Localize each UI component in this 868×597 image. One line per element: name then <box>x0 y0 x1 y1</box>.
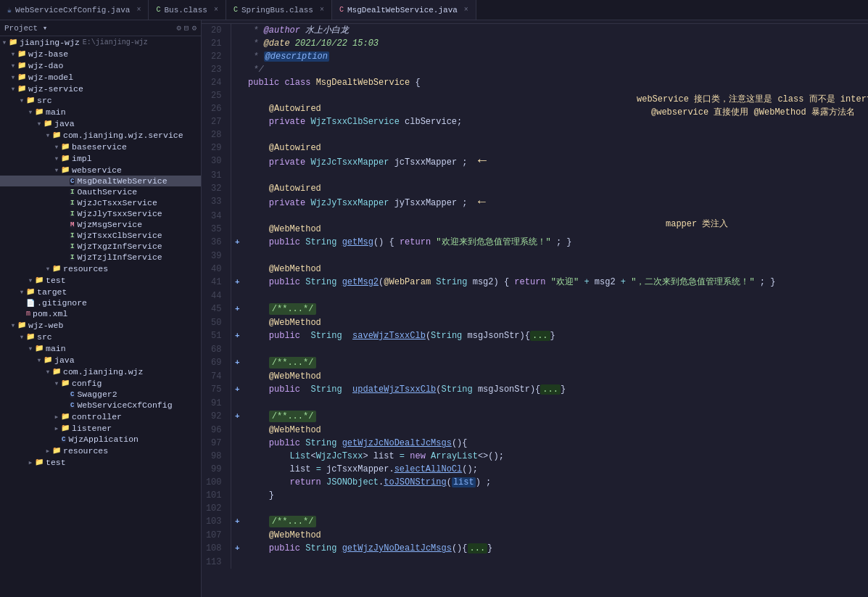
line-gutter <box>231 195 244 210</box>
folder-icon: 📁 <box>44 355 52 364</box>
folder-icon: 📁 <box>35 276 44 284</box>
sidebar-item-src[interactable]: ▾📁src <box>0 331 201 342</box>
line-number: 91 <box>202 397 231 410</box>
layout-icon[interactable]: ⊟ <box>184 23 189 33</box>
tab-close-icon[interactable]: × <box>320 6 324 14</box>
line-code: @WebMethod <box>244 263 868 276</box>
fold-button[interactable]: + <box>235 544 240 553</box>
tab-close-icon[interactable]: × <box>214 6 218 14</box>
sidebar-item-wjzmsgservice[interactable]: MWjzMsgService <box>0 219 201 230</box>
sidebar-item-config[interactable]: ▾📁config <box>0 377 201 389</box>
fold-button[interactable]: + <box>235 412 240 421</box>
line-code: @WebMethod <box>244 370 868 383</box>
folder-icon: 📁 <box>35 458 44 466</box>
sidebar-item-wjz-model[interactable]: ▾📁wjz-model <box>0 71 201 83</box>
sidebar-item-oauthservice[interactable]: IOauthService <box>0 186 201 197</box>
line-number: 98 <box>202 450 231 463</box>
line-code: /**...*/ <box>244 302 868 316</box>
line-code: * @author 水上小白龙 <box>244 24 868 37</box>
fold-button[interactable]: + <box>235 238 240 247</box>
tab-bus[interactable]: C Bus.class × <box>149 0 226 20</box>
tab-msgdealtwebservice[interactable]: C MsgDealtWebService.java × <box>332 0 476 20</box>
fold-button[interactable]: + <box>235 517 240 526</box>
tree-arrow: ▾ <box>35 355 44 365</box>
table-row: 22 * @description <box>202 50 868 63</box>
folder-icon: 📁 <box>52 264 61 273</box>
sidebar-item-wjztxgzinfservice[interactable]: IWjzTxgzInfService <box>0 241 201 252</box>
folder-icon: 📁 <box>44 119 52 128</box>
sidebar-item-resources[interactable]: ▾📁resources <box>0 263 201 274</box>
sidebar-item-wjzjlytsxxservice[interactable]: IWjzJlyTsxxService <box>0 208 201 219</box>
tree-arrow: ▾ <box>52 165 61 175</box>
fold-button[interactable]: + <box>235 278 240 287</box>
sidebar-item-src[interactable]: ▾📁src <box>0 94 201 106</box>
sidebar-item-com.jianjing.wjz[interactable]: ▾📁com.jianjing.wjz <box>0 366 201 377</box>
sidebar-item-test[interactable]: ▸📁test <box>0 456 201 468</box>
line-number: 33 <box>202 195 231 210</box>
line-number: 74 <box>202 370 231 383</box>
sidebar-item-webservice[interactable]: ▾📁webservice <box>0 164 201 176</box>
tab-webservicecxfconfig[interactable]: ☕ WebServiceCxfConfig.java × <box>0 0 149 20</box>
line-code: private WjzJyTsxxMapper jyTsxxMapper ; ← <box>244 195 868 210</box>
line-gutter <box>231 155 244 169</box>
sidebar-item-test[interactable]: ▾📁test <box>0 274 201 286</box>
line-gutter: + <box>231 515 244 529</box>
tree-label: wjz-model <box>28 73 73 82</box>
sidebar-item-target[interactable]: ▾📁target <box>0 286 201 297</box>
tab-close-icon[interactable]: × <box>464 6 468 14</box>
sidebar-item-main[interactable]: ▾📁main <box>0 342 201 354</box>
table-row: 31 <box>202 169 868 182</box>
line-number: 50 <box>202 316 231 329</box>
sidebar-item-wjz-base[interactable]: ▾📁wjz-base <box>0 48 201 59</box>
line-number: 40 <box>202 263 231 276</box>
sidebar-item-controller[interactable]: ▸📁controller <box>0 411 201 422</box>
fold-button[interactable]: + <box>235 385 240 394</box>
fold-button[interactable]: + <box>235 358 240 367</box>
sidebar-item-swagger2[interactable]: CSwagger2 <box>0 389 201 400</box>
table-row: 98 List<WjzJcTsxx> list = new ArrayList<… <box>202 450 868 463</box>
line-gutter <box>231 250 244 263</box>
sidebar-item-main[interactable]: ▾📁main <box>0 106 201 118</box>
line-gutter <box>231 424 244 437</box>
sidebar-item-resources[interactable]: ▸📁resources <box>0 445 201 456</box>
editor-content[interactable]: webService 接口类，注意这里是 class 而不是 interface… <box>202 24 868 597</box>
tree-label: WjzMsgService <box>77 220 142 229</box>
sidebar-item-java[interactable]: ▾📁java <box>0 354 201 366</box>
fold-button[interactable]: + <box>235 332 240 340</box>
tab-springbus[interactable]: C SpringBus.class × <box>226 0 332 20</box>
tree-label: main <box>46 344 66 353</box>
line-code: * @description <box>244 50 868 63</box>
sidebar-item-wjzjctsxxservice[interactable]: IWjzJcTsxxService <box>0 197 201 208</box>
table-row: 102 <box>202 502 868 515</box>
sidebar-item-com.jianjing.wjz.service[interactable]: ▾📁com.jianjing.wjz.service <box>0 129 201 141</box>
table-row: 45 + /**...*/ <box>202 302 868 316</box>
sidebar-item-pom.xml[interactable]: mpom.xml <box>0 308 201 319</box>
table-row: 36 + public String getMsg() { return "欢迎… <box>202 236 868 250</box>
sidebar-item-wjz-dao[interactable]: ▾📁wjz-dao <box>0 59 201 71</box>
sidebar-item-wjzapplication[interactable]: CWjzApplication <box>0 434 201 445</box>
sidebar-item-listener[interactable]: ▸📁listener <box>0 422 201 434</box>
table-row: 69 + /**...*/ <box>202 356 868 370</box>
sidebar-item-msgdealtwebservice[interactable]: CMsgDealtWebService <box>0 176 201 186</box>
settings-icon[interactable]: ⚙ <box>176 23 181 33</box>
line-code: @WebMethod <box>244 424 868 437</box>
sidebar-item-webservicecxfconfig[interactable]: CWebServiceCxfConfig <box>0 400 201 411</box>
fold-button[interactable]: + <box>235 305 240 313</box>
tree-arrow: ▾ <box>26 343 35 353</box>
table-row: 92 + /**...*/ <box>202 410 868 424</box>
sidebar-item-impl[interactable]: ▾📁impl <box>0 152 201 164</box>
sidebar-item-wjztsxxclbservice[interactable]: IWjzTsxxClbService <box>0 230 201 241</box>
sidebar-item-wjz-web[interactable]: ▾📁wjz-web <box>0 319 201 331</box>
sidebar-item-wjz-service[interactable]: ▾📁wjz-service <box>0 83 201 94</box>
sidebar-item-.gitignore[interactable]: 📄.gitignore <box>0 297 201 308</box>
tab-close-icon[interactable]: × <box>136 6 141 14</box>
sidebar-item-baseservice[interactable]: ▾📁baseservice <box>0 141 201 152</box>
gear-icon[interactable]: ⚙ <box>191 23 197 33</box>
line-gutter <box>231 556 244 569</box>
line-gutter <box>231 316 244 329</box>
tab-label: MsgDealtWebService.java <box>347 6 458 15</box>
tree-label: test <box>46 458 66 467</box>
sidebar-item-jianjing-wjz[interactable]: ▾📁jianjing-wjzE:\jianjing-wjz <box>0 36 201 48</box>
sidebar-item-wjztzjlinfservice[interactable]: IWjzTzjlInfService <box>0 252 201 263</box>
sidebar-item-java[interactable]: ▾📁java <box>0 118 201 129</box>
